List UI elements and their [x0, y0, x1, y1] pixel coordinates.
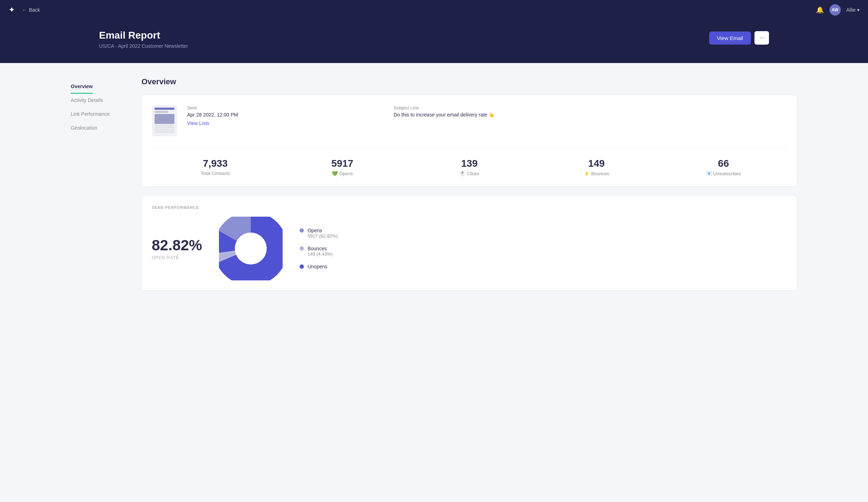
sidebar-item-activity-details[interactable]: Activity Details [71, 94, 127, 108]
legend-item-opens: Opens 5917 (82.82%) [300, 228, 337, 239]
main-content: Overview Activity Details Link Performan… [0, 63, 868, 502]
legend-text-bounces: Bounces 149 (4.43%) [307, 246, 332, 257]
view-lists-link[interactable]: View Lists [187, 120, 209, 126]
legend-item-unopens: Unopens [300, 264, 337, 269]
sidebar-item-link-performance[interactable]: Link Performance [71, 108, 127, 121]
stat-total-contacts: 7,933 Total Contacts [152, 158, 279, 176]
bounces-label: ⚡ Bounces [533, 171, 660, 176]
sidebar-item-overview[interactable]: Overview [71, 80, 93, 94]
chart-legend: Opens 5917 (82.82%) Bounces 149 (4.43%) [300, 228, 337, 269]
unsubscribes-label-text: Unsubscribes [713, 171, 741, 176]
unsubscribes-label: 📧 Unsubscribes [660, 171, 787, 176]
opens-label: 💚 Opens [279, 171, 406, 176]
back-label: Back [29, 7, 40, 13]
open-rate-block: 82.82% OPEN RATE [152, 237, 202, 260]
send-performance-card: SEND PERFORMANCE 82.82% OPEN RATE [141, 195, 797, 291]
pie-center [235, 233, 267, 264]
clicks-icon: 🖱️ [459, 171, 465, 176]
sent-label: Sent [187, 105, 384, 110]
total-contacts-label: Total Contacts [152, 171, 279, 176]
stats-row: 7,933 Total Contacts 5917 💚 Opens 139 🖱 [152, 148, 787, 176]
open-rate-label: OPEN RATE [152, 255, 202, 260]
more-options-button[interactable]: ··· [754, 31, 769, 45]
legend-value-opens: 5917 (82.82%) [307, 233, 337, 239]
legend-dot-bounces [300, 246, 304, 251]
stat-opens: 5917 💚 Opens [279, 158, 406, 176]
open-rate-value: 82.82% [152, 237, 202, 254]
stat-clicks: 139 🖱️ Clicks [406, 158, 533, 176]
email-info-row: Sent Apr 28 2022, 12:00 PM View Lists Su… [152, 105, 787, 136]
opens-label-text: Opens [339, 171, 353, 176]
legend-label-unopens: Unopens [307, 264, 327, 269]
page-header-left: Email Report US/CA - April 2022 Customer… [99, 30, 188, 49]
section-title: Overview [141, 77, 797, 86]
unsubscribes-number: 66 [660, 158, 787, 169]
opens-icon: 💚 [332, 171, 338, 176]
send-performance-label: SEND PERFORMANCE [152, 205, 787, 210]
clicks-label-text: Clicks [467, 171, 479, 176]
total-contacts-label-text: Total Contacts [201, 171, 230, 176]
legend-text-unopens: Unopens [307, 264, 327, 269]
email-subject-info: Subject Line Do this to increase your em… [394, 105, 787, 118]
back-button[interactable]: ← Back [22, 7, 40, 13]
clicks-label: 🖱️ Clicks [406, 171, 533, 176]
stat-unsubscribes: 66 📧 Unsubscribes [660, 158, 787, 176]
sidebar: Overview Activity Details Link Performan… [71, 77, 127, 492]
page-title: Email Report [99, 30, 188, 41]
chevron-down-icon: ▾ [857, 7, 860, 13]
bounces-number: 149 [533, 158, 660, 169]
top-navigation: ✦ ← Back 🔔 AW Allie ▾ [0, 0, 868, 20]
bounces-label-text: Bounces [591, 171, 609, 176]
total-contacts-number: 7,933 [152, 158, 279, 169]
email-thumbnail [152, 105, 177, 136]
topnav-left: ✦ ← Back [8, 5, 40, 15]
pie-chart-svg [219, 217, 283, 280]
legend-dot-opens [300, 228, 304, 233]
back-arrow-icon: ← [22, 7, 27, 13]
page-header: Email Report US/CA - April 2022 Customer… [0, 20, 868, 63]
content-area: Overview Sent [141, 77, 797, 492]
view-email-button[interactable]: View Email [709, 32, 751, 45]
subject-text: Do this to increase your email delivery … [394, 112, 787, 118]
pie-chart [219, 217, 283, 280]
topnav-right: 🔔 AW Allie ▾ [816, 4, 860, 16]
legend-text-opens: Opens 5917 (82.82%) [307, 228, 337, 239]
avatar[interactable]: AW [829, 4, 841, 16]
legend-dot-unopens [300, 264, 304, 269]
legend-value-bounces: 149 (4.43%) [307, 251, 332, 257]
stat-bounces: 149 ⚡ Bounces [533, 158, 660, 176]
user-name-label: Allie [846, 7, 856, 13]
bounces-icon: ⚡ [584, 171, 590, 176]
legend-label-bounces: Bounces [307, 246, 332, 251]
opens-number: 5917 [279, 158, 406, 169]
subject-label: Subject Line [394, 105, 787, 110]
sidebar-item-geolocation[interactable]: Geolocation [71, 121, 127, 135]
unsubscribes-icon: 📧 [706, 171, 712, 176]
email-info-card: Sent Apr 28 2022, 12:00 PM View Lists Su… [141, 95, 797, 187]
send-performance-content: 82.82% OPEN RATE [152, 217, 787, 280]
clicks-number: 139 [406, 158, 533, 169]
legend-item-bounces: Bounces 149 (4.43%) [300, 246, 337, 257]
page-subtitle: US/CA - April 2022 Customer Newsletter [99, 43, 188, 49]
page-header-actions: View Email ··· [709, 31, 769, 45]
bell-icon[interactable]: 🔔 [816, 6, 824, 14]
sent-date: Apr 28 2022, 12:00 PM [187, 112, 384, 118]
email-sent-info: Sent Apr 28 2022, 12:00 PM View Lists [187, 105, 384, 126]
logo-icon: ✦ [8, 5, 15, 15]
legend-label-opens: Opens [307, 228, 337, 233]
user-menu[interactable]: Allie ▾ [846, 7, 860, 13]
